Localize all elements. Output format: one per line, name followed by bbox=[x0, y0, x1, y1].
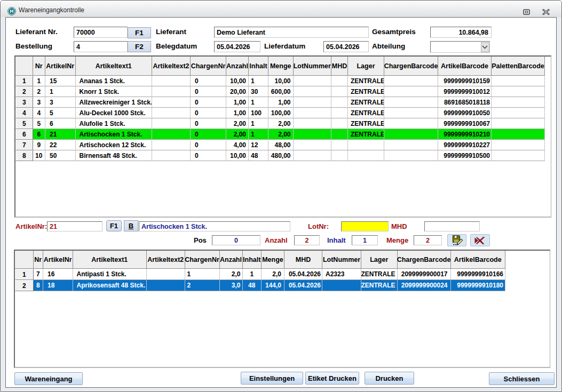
svg-text:H: H bbox=[10, 8, 14, 14]
